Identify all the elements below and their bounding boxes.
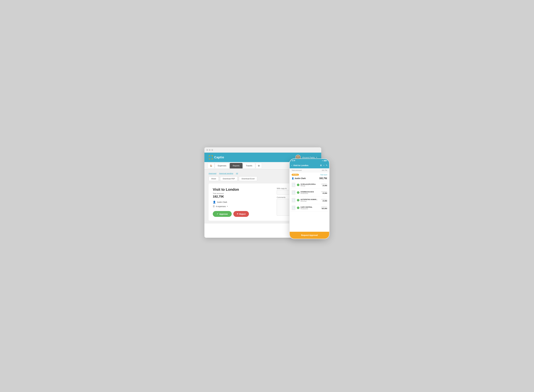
tab-travels[interactable]: Travels — [243, 163, 255, 168]
expense-check-icon-3: ✓ — [297, 207, 300, 209]
phone-header: ‹ Visit to London 🗑 + ✎ — [290, 162, 329, 168]
download-excel-button[interactable]: Download Excel — [239, 176, 257, 181]
expense-item-1[interactable]: 📄 ✓ STARBUCKS BCN Restaurants 14/08/2021… — [290, 189, 329, 196]
tab-reports[interactable]: Reports — [230, 163, 242, 168]
expense-right-1: 14/08/2021 23,95€ — [321, 191, 327, 194]
phone-back-button[interactable]: ‹ — [291, 164, 292, 167]
browser-dot-close — [206, 149, 208, 151]
svg-rect-5 — [209, 159, 210, 159]
phone-total-label: Total ammount — [292, 169, 302, 171]
expense-category-1: Restaurants — [300, 193, 321, 194]
report-actions: ✓ Approve ✕ Reject — [213, 211, 271, 217]
expense-date-0: 14/08/2021 — [321, 183, 327, 185]
expense-name-1: STARBUCKS BCN — [300, 191, 321, 193]
reject-x-icon: ✕ — [237, 213, 239, 215]
phone-status-icons: ▲ ▐▐▐ ▮ — [322, 160, 327, 161]
report-person-name: Justin Clark — [217, 201, 227, 203]
expense-check-icon-0: ✓ — [297, 184, 300, 186]
filter-approved[interactable]: Approved — [209, 172, 216, 174]
reject-button[interactable]: ✕ Reject — [233, 211, 249, 217]
expense-item-3[interactable]: 📄 ✓ CAFÉ CENTRAL Restaurants 14/08/2021 … — [290, 204, 329, 212]
report-total-label: Total ammount — [213, 192, 271, 195]
mobile-phone: 12:30 ▲ ▐▐▐ ▮ ‹ Visit to London 🗑 + ✎ To… — [289, 159, 330, 239]
user-chevron-icon: ▾ — [316, 156, 317, 158]
logo-text: Captio — [214, 156, 224, 159]
phone-total-report-link[interactable]: Total report — [320, 174, 327, 176]
expense-details-1: STARBUCKS BCN Restaurants — [300, 191, 321, 194]
phone-header-actions: 🗑 + ✎ — [320, 164, 328, 166]
expense-item-2[interactable]: 📄 ✓ AUTOPISTAS AUMAR... Motorway 14/08/2… — [290, 196, 329, 204]
expenses-text: 4 expenses — [216, 205, 226, 208]
expenses-icon: ☰ — [213, 205, 215, 208]
filter-approval-pending[interactable]: Approval pending — [219, 172, 233, 174]
filter-all[interactable]: All — [236, 172, 238, 174]
expense-amount-2: 23,95€ — [321, 200, 327, 202]
approve-check-icon: ✓ — [217, 213, 219, 215]
expense-details-0: 13.5Km@@€0,25/Km Mileage — [300, 183, 321, 187]
svg-rect-1 — [209, 155, 209, 157]
expense-right-3: 14/08/2021 923,95€ — [321, 206, 327, 209]
expense-category-2: Motorway — [300, 200, 321, 202]
expense-name-0: 13.5Km@@€0,25/Km — [300, 183, 321, 185]
expense-name-2: AUTOPISTAS AUMAR... — [300, 199, 321, 200]
phone-person-amount: 182,75£ — [319, 177, 327, 180]
phone-pending-badge: Pending — [292, 174, 299, 176]
browser-dot-minimize — [209, 149, 211, 151]
battery-icon: ▮ — [327, 160, 327, 161]
expense-date-1: 14/08/2021 — [321, 191, 327, 192]
expense-category-0: Mileage — [300, 185, 321, 187]
phone-add-icon[interactable]: + — [323, 164, 324, 166]
approve-button[interactable]: ✓ Approve — [213, 211, 232, 217]
phone-status-bar: 12:30 ▲ ▐▐▐ ▮ — [290, 159, 329, 162]
expense-receipt-icon-1: 📄 — [292, 190, 295, 195]
report-left: Visit to London Total ammount 182,75€ 👤 … — [213, 187, 271, 217]
phone-time: 12:30 — [292, 160, 295, 161]
svg-point-8 — [297, 156, 299, 158]
expense-amount-1: 23,95€ — [321, 192, 327, 194]
wifi-icon: ▲ — [322, 160, 323, 161]
expense-item-0[interactable]: 📄 ✓ 13.5Km@@€0,25/Km Mileage 14/08/2021 … — [290, 181, 329, 189]
expense-details-2: AUTOPISTAS AUMAR... Motorway — [300, 199, 321, 202]
browser-dot-maximize — [211, 149, 213, 151]
expense-receipt-icon-2: 📄 — [292, 198, 295, 203]
phone-total-row: Total ammount 182,75£ — [290, 168, 329, 172]
report-total-amount: 182,75€ — [213, 195, 271, 198]
report-person: 👤 Justin Clark — [213, 201, 271, 204]
phone-edit-icon[interactable]: ✎ — [326, 164, 328, 166]
phone-total-value: 182,75£ — [322, 169, 327, 171]
browser-titlebar — [204, 147, 321, 153]
phone-trash-icon[interactable]: 🗑 — [320, 164, 322, 166]
phone-person-row: 👤 Justin Clark 182,75£ — [292, 177, 327, 180]
report-title: Visit to London — [213, 187, 271, 192]
expenses-chevron-icon: ▾ — [227, 205, 228, 207]
logo-icon — [209, 155, 213, 160]
approve-label: Approve — [219, 213, 228, 215]
request-approval-button[interactable]: Request Approval — [290, 232, 329, 239]
expense-receipt-icon-3: 📄 — [292, 205, 295, 210]
phone-header-title: Visit to London — [293, 164, 319, 167]
expense-name-3: CAFÉ CENTRAL — [300, 206, 321, 208]
expense-details-3: CAFÉ CENTRAL Restaurants — [300, 206, 321, 210]
phone-report-info: Pending Total report 👤 Justin Clark 182,… — [290, 172, 329, 181]
expense-category-3: Restaurants — [300, 208, 321, 210]
svg-rect-3 — [212, 155, 213, 157]
tab-home[interactable]: 🏠 — [208, 163, 214, 168]
signal-icon: ▐▐▐ — [323, 160, 326, 161]
user-name: Vincent Parks — [302, 156, 315, 159]
phone-person-name: 👤 Justin Clark — [292, 177, 306, 179]
tab-settings[interactable]: ⚙ — [256, 163, 262, 168]
expense-amount-0: 23,95€ — [321, 185, 327, 187]
reject-label: Reject — [239, 213, 246, 215]
share-button[interactable]: Share — [209, 176, 219, 181]
expense-date-3: 14/08/2021 — [321, 206, 327, 208]
report-expenses[interactable]: ☰ 4 expenses ▾ — [213, 205, 271, 208]
person-icon: 👤 — [213, 201, 216, 204]
expense-check-icon-2: ✓ — [297, 199, 300, 201]
expense-receipt-icon-0: 📄 — [292, 182, 295, 187]
expense-right-2: 14/08/2021 23,95€ — [321, 199, 327, 202]
tab-expenses[interactable]: Expenses — [215, 163, 229, 168]
expense-list: 📄 ✓ 13.5Km@@€0,25/Km Mileage 14/08/2021 … — [290, 181, 329, 212]
expense-date-2: 14/08/2021 — [321, 199, 327, 200]
download-pdf-button[interactable]: Download PDF — [220, 176, 238, 181]
phone-person-icon: 👤 — [292, 177, 294, 179]
